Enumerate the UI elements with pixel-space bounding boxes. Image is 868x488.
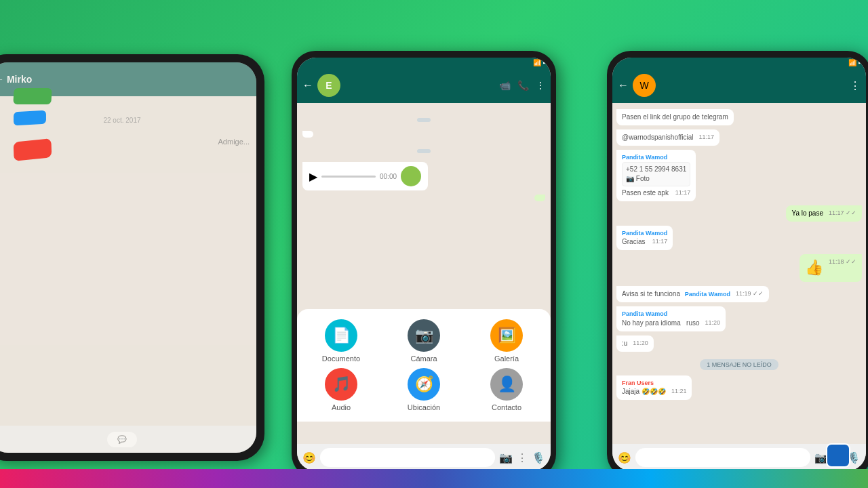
unread-label: 1 MENSAJE NO LEÍDO [700,359,778,370]
ubicacion-icon: 🧭 [408,368,440,401]
att-camara[interactable]: 📷 Cámara [385,319,462,363]
mic-icon[interactable]: 🎙️ [532,451,545,464]
contacto-label: Contacto [492,403,521,411]
bottom-bar [0,469,868,488]
back-icon[interactable]: ← [302,79,313,92]
right-msg-1: Pasen el link del grupo de telegram [616,109,734,125]
mid-input-bar: 😊 📷 ⋮ 🎙️ [297,444,551,471]
right-msg-2: @warnodspanishofficial 11:17 [616,129,719,146]
download-banner [14,88,52,162]
mid-chat-header: ← E 📹 📞 ⋮ [297,68,551,103]
mid-avatar: E [317,74,340,97]
galeria-label: Galería [494,354,519,363]
right-msg-5: Pandita Wamod Gracias 11:17 [616,226,673,251]
att-ubicacion[interactable]: 🧭 Ubicación [385,368,462,411]
phone-right-screen: 📶 ▪ ← W ⋮ Pasen el link del grupo de tel… [612,58,866,471]
right-avatar: W [633,74,656,97]
more-icon[interactable]: ⋮ [536,80,545,91]
right-msg-10: Fran Users Jajaja 🤣🤣🤣 11:21 [616,375,692,401]
right-chat-header: ← W ⋮ [612,68,866,103]
today-chip [417,149,431,153]
play-icon[interactable]: ▶ [309,170,317,183]
contacto-icon: 👤 [490,368,523,401]
left-header-text: ← Mirko [0,74,32,85]
right-more-icon[interactable]: ⋮ [850,79,861,92]
mid-date-divider [302,113,545,125]
galeria-icon: 🖼️ [490,319,523,352]
att-documento[interactable]: 📄 Documento [302,319,380,363]
logo-area [826,443,854,468]
camara-label: Cámara [410,354,437,363]
documento-icon: 📄 [325,319,357,352]
emoji-icon[interactable]: 😊 [302,451,316,464]
right-msg-4: Ya lo pase 11:17 ✓✓ [786,205,862,222]
camara-icon: 📷 [408,319,440,352]
left-input-text: 💬 [107,432,137,447]
download-box [13,88,52,104]
video-icon[interactable]: 📹 [499,80,511,91]
audio-label: Audio [332,403,351,411]
security-msg [302,131,313,138]
right-msg-8: Pandita Wamod No hay para idioma ruso 11… [616,306,726,331]
right-input-field[interactable] [635,448,810,467]
aplikasi-box [14,110,46,126]
attach-icon[interactable]: ⋮ [517,451,528,464]
mid-chat-body: ▶ 00:00 📄 Documento 📷 [297,103,551,449]
logo-kd-box [826,443,850,468]
phone-mid-screen: 📶 ▪ ← E 📹 📞 ⋮ [297,58,551,471]
mid-date-chip [417,118,431,122]
attachment-panel: 📄 Documento 📷 Cámara 🖼️ Galería 🎵 Audio [297,309,551,422]
right-msg-9: :u 11:20 [616,336,654,352]
call-icon[interactable]: 📞 [517,80,529,91]
audio-bar [321,176,376,178]
msg-avatar [401,166,421,186]
left-input: 💬 [0,426,256,453]
mid-input-field[interactable] [320,448,495,467]
right-msg-3: Pandita Wamod +52 1 55 2994 8631📷 Foto P… [616,150,696,201]
right-chat-body: Pasen el link del grupo de telegram @war… [612,103,866,454]
mid-header-icons: 📹 📞 ⋮ [499,80,545,91]
mod-msg [534,195,545,201]
right-emoji-icon[interactable]: 😊 [618,451,631,464]
title-bar [0,0,868,61]
documento-label: Documento [322,354,360,363]
att-galeria[interactable]: 🖼️ Galería [468,319,545,363]
right-msg-6: 👍 11:18 ✓✓ [800,254,862,282]
phone-mid: 📶 ▪ ← E 📹 📞 ⋮ [292,51,556,478]
voice-msg: ▶ 00:00 [302,162,428,190]
att-audio[interactable]: 🎵 Audio [302,368,380,411]
phone-right: 📶 ▪ ← W ⋮ Pasen el link del grupo de tel… [607,51,868,478]
right-back-icon[interactable]: ← [618,79,629,92]
att-contacto[interactable]: 👤 Contacto [468,368,545,411]
camera-input-icon[interactable]: 📷 [499,451,513,464]
right-msg-7: Avisa si te funciona Pandita Wamod 11:19… [616,286,769,302]
attachment-grid: 📄 Documento 📷 Cámara 🖼️ Galería 🎵 Audio [302,319,545,411]
audio-icon: 🎵 [325,368,357,401]
today-divider [302,144,545,156]
audio-time: 00:00 [380,173,397,180]
unread-divider: 1 MENSAJE NO LEÍDO [616,357,862,370]
ubicacion-label: Ubicación [408,403,440,411]
fouad-box [14,138,52,161]
